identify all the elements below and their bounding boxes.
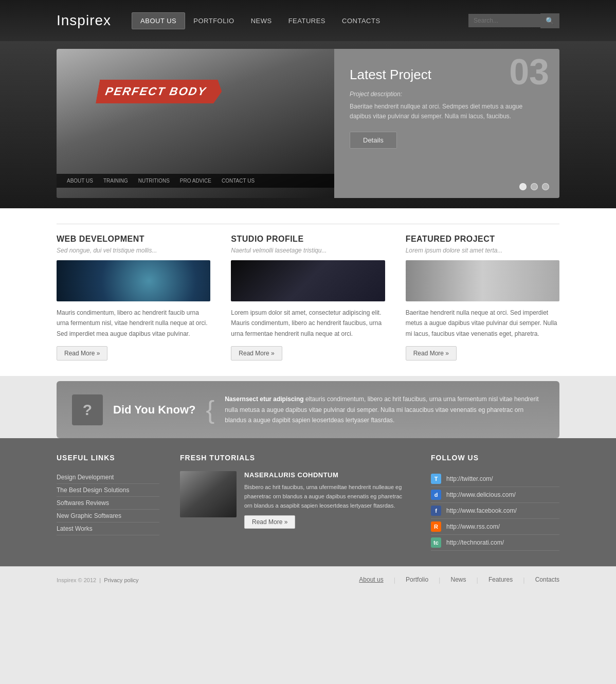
dyk-brace: { xyxy=(206,397,215,423)
col-0-title: WEB DEVELOPMENT xyxy=(57,235,210,244)
useful-links-section: USEFUL LINKS Design Development The Best… xyxy=(57,454,159,551)
technorati-url: http://technorati.com/ xyxy=(446,539,504,546)
search-button[interactable]: 🔍 xyxy=(540,13,559,28)
twitter-url: http://twitter.com/ xyxy=(446,475,493,482)
three-col-grid: WEB DEVELOPMENT Sed nongue, dui vel tris… xyxy=(57,235,559,361)
useful-links-title: USEFUL LINKS xyxy=(57,454,159,462)
delicious-icon: d xyxy=(431,490,441,500)
tutorial-title: NASERALURIS COHDNTUM xyxy=(244,471,410,479)
col-web-development: WEB DEVELOPMENT Sed nongue, dui vel tris… xyxy=(57,235,210,361)
col-0-image xyxy=(57,260,210,301)
hero-dots xyxy=(519,183,549,190)
section-divider xyxy=(57,224,559,224)
hero-dot-1[interactable] xyxy=(519,183,527,190)
dyk-text: Nasernsect etur adipiscing eltauris cond… xyxy=(225,394,544,425)
dyk-icon: ? xyxy=(72,394,103,425)
tutorial-text: Bisbero ac hrit faucibus, urna ufermeilt… xyxy=(244,483,410,510)
details-button[interactable]: Details xyxy=(350,132,397,149)
footer-nav-about[interactable]: About us xyxy=(359,576,383,584)
hero-menu-0: ABOUT US xyxy=(67,178,93,184)
fresh-tutorials-section: FRESH TUTORIALS NASERALURIS COHDNTUM Bis… xyxy=(180,454,410,551)
follow-us-title: FOLLOW US xyxy=(431,454,559,462)
tutorial-content: NASERALURIS COHDNTUM Bisbero ac hrit fau… xyxy=(244,471,410,529)
social-technorati[interactable]: tc http://technorati.com/ xyxy=(431,535,559,551)
col-2-subtitle: Lorem ipsum dolore sit amet terta... xyxy=(406,247,559,254)
col-studio-profile: STUDIO PROFILE Naertul velmolli laseetag… xyxy=(231,235,385,361)
hero-desc-text: Baeritae hendrerit nullque at orci. Sedm… xyxy=(350,102,544,121)
social-delicious[interactable]: d http://www.delicious.com/ xyxy=(431,487,559,503)
facebook-url: http://www.facebook.com/ xyxy=(446,507,517,514)
technorati-icon: tc xyxy=(431,537,441,548)
footer-bar: Inspirex © 2012 | Privacy policy About u… xyxy=(0,566,616,593)
hero-menu-3: PRO ADVICE xyxy=(180,178,211,184)
facebook-icon: f xyxy=(431,506,441,516)
content-section: WEB DEVELOPMENT Sed nongue, dui vel tris… xyxy=(0,208,616,376)
hero-menu-4: CONTACT US xyxy=(222,178,255,184)
hero-dot-3[interactable] xyxy=(542,183,549,190)
col-2-title: FEATURED PROJECT xyxy=(406,235,559,244)
footer-nav: About us | Portfolio | News | Features |… xyxy=(359,576,559,584)
footer-nav-news[interactable]: News xyxy=(450,576,466,584)
hero-menu-2: NUTRITIONS xyxy=(138,178,170,184)
nav-features[interactable]: FEATURES xyxy=(280,13,334,29)
follow-us-section: FOLLOW US T http://twitter.com/ d http:/… xyxy=(431,454,559,551)
read-more-0[interactable]: Read More » xyxy=(57,346,107,361)
useful-link-1[interactable]: The Best Design Solutions xyxy=(57,484,159,497)
col-0-text: Mauris condimentum, libero ac hendrerit … xyxy=(57,308,210,339)
hero-section: PERFECT BODY ABOUT US TRAINING NUTRITION… xyxy=(0,41,616,208)
hero-banner: PERFECT BODY xyxy=(96,80,224,103)
useful-link-3[interactable]: New Graphic Softwares xyxy=(57,510,159,523)
main-nav: ABOUT US PORTFOLIO NEWS FEATURES CONTACT… xyxy=(132,12,468,29)
col-1-text: Lorem ipsum dolor sit amet, consectetur … xyxy=(231,308,385,339)
nav-news[interactable]: NEWS xyxy=(243,13,280,29)
tutorial-item: NASERALURIS COHDNTUM Bisbero ac hrit fau… xyxy=(180,471,410,529)
hero-container: PERFECT BODY ABOUT US TRAINING NUTRITION… xyxy=(57,49,559,198)
twitter-icon: T xyxy=(431,474,441,484)
col-featured-project: FEATURED PROJECT Lorem ipsum dolore sit … xyxy=(406,235,559,361)
hero-content: 03 Latest Project Project description: B… xyxy=(334,49,559,198)
did-you-know-section: ? Did You Know? { Nasernsect etur adipis… xyxy=(57,381,559,438)
tutorial-read-more-btn[interactable]: Read More » xyxy=(244,515,295,529)
fresh-tutorials-title: FRESH TUTORIALS xyxy=(180,454,410,462)
footer-content: USEFUL LINKS Design Development The Best… xyxy=(0,438,616,566)
col-1-subtitle: Naertul velmolli laseetage tristiqu... xyxy=(231,247,385,254)
useful-link-4[interactable]: Latest Works xyxy=(57,523,159,535)
rss-icon: R xyxy=(431,521,441,532)
rss-url: http://www.rss.com/ xyxy=(446,523,500,530)
hero-menu-bar: ABOUT US TRAINING NUTRITIONS PRO ADVICE … xyxy=(57,174,334,188)
hero-number: 03 xyxy=(509,54,549,90)
useful-link-2[interactable]: Softwares Reviews xyxy=(57,497,159,510)
footer-nav-contacts[interactable]: Contacts xyxy=(535,576,559,584)
search-box: 🔍 xyxy=(468,13,559,28)
nav-contacts[interactable]: CONTACTS xyxy=(334,13,389,29)
col-2-text: Baeritae hendrerit nulla neque at orci. … xyxy=(406,308,559,339)
hero-image-inner: PERFECT BODY ABOUT US TRAINING NUTRITION… xyxy=(57,49,334,198)
tutorial-thumb xyxy=(180,471,237,517)
col-1-title: STUDIO PROFILE xyxy=(231,235,385,244)
nav-portfolio[interactable]: PORTFOLIO xyxy=(185,13,242,29)
nav-about[interactable]: ABOUT US xyxy=(132,12,185,29)
social-rss[interactable]: R http://www.rss.com/ xyxy=(431,519,559,535)
footer-nav-features[interactable]: Features xyxy=(488,576,513,584)
useful-link-0[interactable]: Design Development xyxy=(57,471,159,484)
dyk-label: Did You Know? xyxy=(113,403,196,417)
copyright-text: Inspirex © 2012 xyxy=(57,577,96,583)
col-0-subtitle: Sed nongue, dui vel tristique mollis... xyxy=(57,247,210,254)
footer-copy: Inspirex © 2012 | Privacy policy xyxy=(57,577,139,583)
header: Inspirex ABOUT US PORTFOLIO NEWS FEATURE… xyxy=(0,0,616,41)
delicious-url: http://www.delicious.com/ xyxy=(446,491,516,498)
hero-image: PERFECT BODY ABOUT US TRAINING NUTRITION… xyxy=(57,49,334,198)
read-more-1[interactable]: Read More » xyxy=(231,346,282,361)
privacy-link[interactable]: Privacy policy xyxy=(104,577,138,583)
dyk-bold: Nasernsect etur adipiscing xyxy=(225,395,303,403)
social-twitter[interactable]: T http://twitter.com/ xyxy=(431,471,559,487)
logo: Inspirex xyxy=(57,12,111,29)
hero-menu-1: TRAINING xyxy=(103,178,128,184)
read-more-2[interactable]: Read More » xyxy=(406,346,457,361)
col-1-image xyxy=(231,260,385,301)
search-input[interactable] xyxy=(468,14,540,27)
hero-dot-2[interactable] xyxy=(531,183,538,190)
col-2-image xyxy=(406,260,559,301)
social-facebook[interactable]: f http://www.facebook.com/ xyxy=(431,503,559,519)
footer-nav-portfolio[interactable]: Portfolio xyxy=(406,576,428,584)
